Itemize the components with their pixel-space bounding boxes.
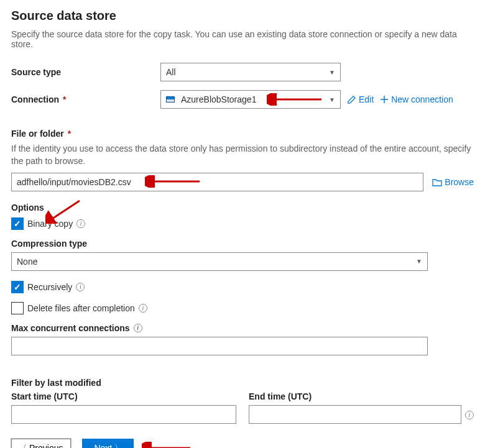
max-concurrent-label: Max concurrent connections xyxy=(11,323,130,333)
connection-label: Connection xyxy=(11,94,59,104)
required-asterisk: * xyxy=(63,94,66,104)
previous-button[interactable]: 〈 Previous xyxy=(11,439,71,448)
start-time-input[interactable] xyxy=(11,405,236,424)
chevron-down-icon: ▼ xyxy=(329,96,335,103)
filter-label: Filter by last modified xyxy=(11,378,474,388)
file-or-folder-help: If the identity you use to access the da… xyxy=(11,142,474,168)
info-icon[interactable] xyxy=(76,283,85,291)
connection-select[interactable]: AzureBlobStorage1 ▼ xyxy=(160,90,341,109)
file-or-folder-label: File or folder xyxy=(11,129,64,139)
info-icon[interactable] xyxy=(76,219,85,228)
info-icon[interactable] xyxy=(139,304,147,313)
chevron-right-icon: 〉 xyxy=(114,442,122,448)
max-concurrent-input[interactable] xyxy=(11,337,428,355)
new-connection-button[interactable]: New connection xyxy=(380,94,453,104)
connection-value-wrap: AzureBlobStorage1 xyxy=(166,94,256,104)
source-type-value: All xyxy=(166,67,176,77)
next-label: Next xyxy=(94,443,112,448)
file-path-input[interactable] xyxy=(11,173,423,191)
chevron-left-icon: 〈 xyxy=(19,442,27,448)
annotation-arrow-icon xyxy=(267,93,323,106)
delete-after-label: Delete files after completion xyxy=(27,303,135,313)
end-time-label: End time (UTC) xyxy=(249,391,461,401)
chevron-down-icon: ▼ xyxy=(329,69,335,76)
edit-label: Edit xyxy=(359,94,374,104)
recursively-checkbox[interactable] xyxy=(11,281,24,293)
compression-type-label: Compression type xyxy=(11,239,474,249)
start-time-label: Start time (UTC) xyxy=(11,391,236,401)
page-description: Specify the source data store for the co… xyxy=(11,29,474,49)
previous-label: Previous xyxy=(29,443,63,448)
info-icon[interactable] xyxy=(465,411,474,419)
delete-after-checkbox[interactable] xyxy=(11,302,24,314)
browse-label: Browse xyxy=(445,177,474,187)
plus-icon xyxy=(380,95,389,104)
binary-copy-label: Binary copy xyxy=(27,219,73,229)
options-label: Options xyxy=(11,203,474,213)
connection-label-wrap: Connection * xyxy=(11,94,154,104)
file-or-folder-label-wrap: File or folder * xyxy=(11,129,474,139)
max-concurrent-label-wrap: Max concurrent connections xyxy=(11,323,474,333)
next-button[interactable]: Next 〉 xyxy=(82,439,134,448)
compression-type-select[interactable]: None ▼ xyxy=(11,252,428,271)
source-type-select[interactable]: All ▼ xyxy=(160,63,341,81)
browse-button[interactable]: Browse xyxy=(432,177,474,187)
connection-value: AzureBlobStorage1 xyxy=(181,94,256,104)
edit-connection-button[interactable]: Edit xyxy=(347,94,374,104)
end-time-input[interactable] xyxy=(249,405,461,424)
new-connection-label: New connection xyxy=(391,94,453,104)
recursively-label: Recursively xyxy=(27,282,72,292)
required-asterisk: * xyxy=(68,129,71,139)
annotation-arrow-icon xyxy=(142,442,192,448)
options-label-text: Options xyxy=(11,203,44,213)
chevron-down-icon: ▼ xyxy=(416,258,422,265)
folder-icon xyxy=(432,178,442,186)
pencil-icon xyxy=(347,95,356,104)
compression-type-value: None xyxy=(17,257,37,267)
storage-icon xyxy=(166,96,175,103)
binary-copy-checkbox[interactable] xyxy=(11,217,24,230)
source-type-label: Source type xyxy=(11,67,154,77)
page-title: Source data store xyxy=(11,9,474,23)
info-icon[interactable] xyxy=(134,324,142,332)
